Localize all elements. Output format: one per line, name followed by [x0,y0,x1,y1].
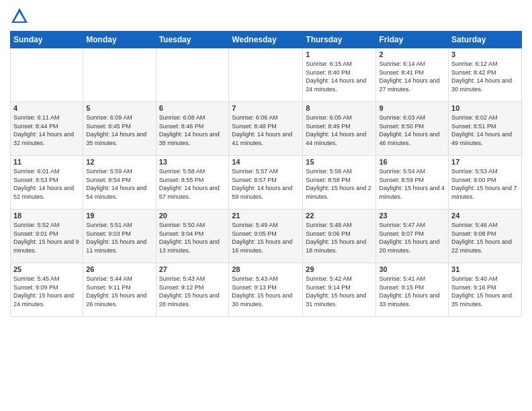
day-number: 9 [379,104,445,112]
calendar-week-row: 4Sunrise: 6:11 AMSunset: 8:44 PMDaylight… [11,102,522,156]
day-info: Sunrise: 5:46 AMSunset: 9:08 PMDaylight:… [451,221,519,255]
calendar-cell: 8Sunrise: 6:05 AMSunset: 8:49 PMDaylight… [303,102,376,156]
logo [10,7,32,26]
calendar-cell: 12Sunrise: 5:59 AMSunset: 8:54 PMDayligh… [83,156,156,210]
day-info: Sunrise: 6:02 AMSunset: 8:51 PMDaylight:… [451,113,519,147]
calendar-cell: 25Sunrise: 5:45 AMSunset: 9:09 PMDayligh… [11,263,83,317]
calendar-cell: 21Sunrise: 5:49 AMSunset: 9:05 PMDayligh… [229,210,303,263]
calendar-cell: 28Sunrise: 5:43 AMSunset: 9:13 PMDayligh… [229,263,303,317]
calendar-cell [156,48,229,102]
calendar-cell: 3Sunrise: 6:12 AMSunset: 8:42 PMDaylight… [449,48,522,102]
calendar-cell: 19Sunrise: 5:51 AMSunset: 9:03 PMDayligh… [83,210,156,263]
day-info: Sunrise: 5:50 AMSunset: 9:04 PMDaylight:… [159,221,226,255]
calendar-cell [11,48,83,102]
day-number: 18 [13,212,80,220]
calendar-cell: 11Sunrise: 6:01 AMSunset: 8:53 PMDayligh… [11,156,83,210]
day-info: Sunrise: 5:47 AMSunset: 9:07 PMDaylight:… [379,221,445,255]
day-number: 17 [451,158,519,166]
day-number: 7 [232,104,300,112]
day-info: Sunrise: 5:42 AMSunset: 9:14 PMDaylight:… [306,275,373,308]
day-number: 21 [232,212,300,220]
day-number: 14 [232,158,300,166]
calendar-table: Sunday Monday Tuesday Wednesday Thursday… [10,31,522,317]
day-info: Sunrise: 6:14 AMSunset: 8:41 PMDaylight:… [379,60,445,93]
day-number: 1 [306,50,373,58]
calendar-cell: 7Sunrise: 6:06 AMSunset: 8:48 PMDaylight… [229,102,303,156]
day-info: Sunrise: 5:44 AMSunset: 9:11 PMDaylight:… [86,275,152,308]
calendar-cell: 14Sunrise: 5:57 AMSunset: 8:57 PMDayligh… [229,156,303,210]
calendar-week-row: 11Sunrise: 6:01 AMSunset: 8:53 PMDayligh… [11,156,522,210]
calendar-cell: 5Sunrise: 6:09 AMSunset: 8:45 PMDaylight… [83,102,156,156]
calendar-week-row: 1Sunrise: 6:15 AMSunset: 8:40 PMDaylight… [11,48,522,102]
day-info: Sunrise: 5:57 AMSunset: 8:57 PMDaylight:… [232,167,300,201]
day-info: Sunrise: 5:54 AMSunset: 8:59 PMDaylight:… [379,167,445,201]
day-number: 29 [306,265,373,273]
day-number: 30 [379,265,445,273]
day-info: Sunrise: 5:56 AMSunset: 8:58 PMDaylight:… [306,167,373,201]
day-number: 12 [86,158,152,166]
day-info: Sunrise: 5:58 AMSunset: 8:55 PMDaylight:… [159,167,226,201]
day-info: Sunrise: 6:12 AMSunset: 8:42 PMDaylight:… [451,60,519,93]
day-info: Sunrise: 5:59 AMSunset: 8:54 PMDaylight:… [86,167,152,201]
page: Sunday Monday Tuesday Wednesday Thursday… [0,0,532,411]
day-info: Sunrise: 5:52 AMSunset: 9:01 PMDaylight:… [13,221,80,255]
calendar-cell: 27Sunrise: 5:43 AMSunset: 9:12 PMDayligh… [156,263,229,317]
day-number: 6 [159,104,226,112]
calendar-cell: 15Sunrise: 5:56 AMSunset: 8:58 PMDayligh… [303,156,376,210]
day-number: 15 [306,158,373,166]
day-number: 26 [86,265,152,273]
calendar-cell: 4Sunrise: 6:11 AMSunset: 8:44 PMDaylight… [11,102,83,156]
day-number: 27 [159,265,226,273]
day-info: Sunrise: 5:51 AMSunset: 9:03 PMDaylight:… [86,221,152,255]
col-monday: Monday [83,32,156,48]
day-info: Sunrise: 6:08 AMSunset: 8:46 PMDaylight:… [159,113,226,147]
day-info: Sunrise: 6:06 AMSunset: 8:48 PMDaylight:… [232,113,300,147]
day-info: Sunrise: 6:01 AMSunset: 8:53 PMDaylight:… [13,167,80,201]
calendar-header-row: Sunday Monday Tuesday Wednesday Thursday… [11,32,522,48]
calendar-cell: 23Sunrise: 5:47 AMSunset: 9:07 PMDayligh… [376,210,449,263]
day-number: 19 [86,212,152,220]
calendar-cell: 24Sunrise: 5:46 AMSunset: 9:08 PMDayligh… [449,210,522,263]
calendar-cell [83,48,156,102]
day-info: Sunrise: 5:53 AMSunset: 9:00 PMDaylight:… [451,167,519,201]
day-number: 10 [451,104,519,112]
calendar-cell: 30Sunrise: 5:41 AMSunset: 9:15 PMDayligh… [376,263,449,317]
calendar-cell: 17Sunrise: 5:53 AMSunset: 9:00 PMDayligh… [449,156,522,210]
day-info: Sunrise: 5:43 AMSunset: 9:12 PMDaylight:… [159,275,226,308]
calendar-week-row: 18Sunrise: 5:52 AMSunset: 9:01 PMDayligh… [11,210,522,263]
calendar-cell: 1Sunrise: 6:15 AMSunset: 8:40 PMDaylight… [303,48,376,102]
day-number: 8 [306,104,373,112]
calendar-cell: 10Sunrise: 6:02 AMSunset: 8:51 PMDayligh… [449,102,522,156]
day-number: 31 [451,265,519,273]
calendar-cell: 26Sunrise: 5:44 AMSunset: 9:11 PMDayligh… [83,263,156,317]
calendar-cell: 22Sunrise: 5:48 AMSunset: 9:06 PMDayligh… [303,210,376,263]
day-number: 24 [451,212,519,220]
col-saturday: Saturday [449,32,522,48]
day-info: Sunrise: 6:05 AMSunset: 8:49 PMDaylight:… [306,113,373,147]
day-info: Sunrise: 6:15 AMSunset: 8:40 PMDaylight:… [306,60,373,93]
calendar-cell: 29Sunrise: 5:42 AMSunset: 9:14 PMDayligh… [303,263,376,317]
calendar-cell: 16Sunrise: 5:54 AMSunset: 8:59 PMDayligh… [376,156,449,210]
day-info: Sunrise: 5:49 AMSunset: 9:05 PMDaylight:… [232,221,300,255]
calendar-cell: 18Sunrise: 5:52 AMSunset: 9:01 PMDayligh… [11,210,83,263]
day-number: 23 [379,212,445,220]
calendar-cell: 6Sunrise: 6:08 AMSunset: 8:46 PMDaylight… [156,102,229,156]
day-info: Sunrise: 5:43 AMSunset: 9:13 PMDaylight:… [232,275,300,308]
header [10,7,522,26]
day-info: Sunrise: 5:40 AMSunset: 9:16 PMDaylight:… [451,275,519,308]
col-thursday: Thursday [303,32,376,48]
calendar-cell [229,48,303,102]
calendar-week-row: 25Sunrise: 5:45 AMSunset: 9:09 PMDayligh… [11,263,522,317]
col-sunday: Sunday [11,32,83,48]
day-info: Sunrise: 5:48 AMSunset: 9:06 PMDaylight:… [306,221,373,255]
day-number: 25 [13,265,80,273]
col-tuesday: Tuesday [156,32,229,48]
day-info: Sunrise: 6:11 AMSunset: 8:44 PMDaylight:… [13,113,80,147]
calendar-cell: 2Sunrise: 6:14 AMSunset: 8:41 PMDaylight… [376,48,449,102]
col-wednesday: Wednesday [229,32,303,48]
col-friday: Friday [376,32,449,48]
day-info: Sunrise: 5:41 AMSunset: 9:15 PMDaylight:… [379,275,445,308]
day-info: Sunrise: 5:45 AMSunset: 9:09 PMDaylight:… [13,275,80,308]
calendar-cell: 31Sunrise: 5:40 AMSunset: 9:16 PMDayligh… [449,263,522,317]
calendar-cell: 20Sunrise: 5:50 AMSunset: 9:04 PMDayligh… [156,210,229,263]
